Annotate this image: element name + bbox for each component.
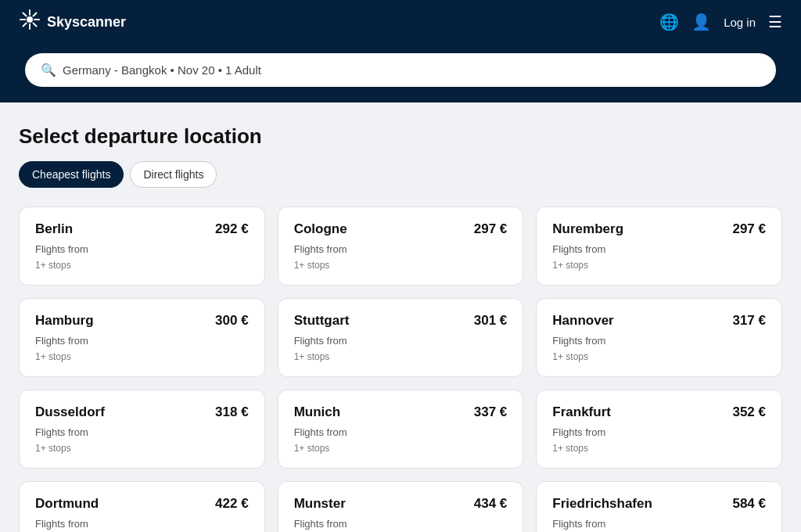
flights-from-label: Flights from (35, 426, 249, 438)
logo-area: Skyscanner (19, 9, 126, 35)
flight-card[interactable]: Cologne 297 € Flights from 1+ stops (278, 207, 524, 286)
city-name: Berlin (35, 221, 73, 237)
header: Skyscanner 🌐 👤 Log in ☰ (0, 0, 801, 44)
flights-from-label: Flights from (552, 518, 766, 530)
flights-from-label: Flights from (35, 335, 249, 347)
city-name: Nuremberg (552, 221, 623, 237)
price: 300 € (215, 313, 249, 329)
flights-from-label: Flights from (294, 426, 508, 438)
user-icon[interactable]: 👤 (691, 13, 711, 31)
flights-from-label: Flights from (294, 243, 508, 255)
card-header: Hamburg 300 € (35, 313, 249, 329)
flights-from-label: Flights from (35, 243, 249, 255)
svg-line-6 (34, 13, 37, 16)
flight-card[interactable]: Friedrichshafen 584 € Flights from 1+ st… (536, 481, 782, 532)
flights-from-label: Flights from (294, 518, 508, 530)
price: 318 € (215, 404, 249, 420)
card-header: Hannover 317 € (552, 313, 766, 329)
card-header: Munich 337 € (294, 404, 508, 420)
flights-from-label: Flights from (552, 335, 766, 347)
globe-icon[interactable]: 🌐 (659, 13, 679, 31)
stops-label: 1+ stops (35, 260, 249, 271)
search-icon: 🔍 (41, 63, 56, 77)
flight-card[interactable]: Stuttgart 301 € Flights from 1+ stops (278, 298, 524, 377)
city-name: Munich (294, 404, 341, 420)
card-header: Berlin 292 € (35, 221, 249, 237)
city-name: Dusseldorf (35, 404, 105, 420)
login-button[interactable]: Log in (724, 16, 756, 29)
city-name: Friedrichshafen (552, 496, 652, 512)
stops-label: 1+ stops (552, 351, 766, 362)
card-header: Dortmund 422 € (35, 496, 249, 512)
svg-point-8 (27, 16, 33, 23)
stops-label: 1+ stops (294, 260, 508, 271)
card-header: Cologne 297 € (294, 221, 508, 237)
logo-text: Skyscanner (47, 14, 126, 31)
card-header: Friedrichshafen 584 € (552, 496, 766, 512)
price: 422 € (215, 496, 249, 512)
card-header: Dusseldorf 318 € (35, 404, 249, 420)
city-name: Munster (294, 496, 346, 512)
page-title: Select departure location (19, 124, 782, 149)
card-header: Nuremberg 297 € (552, 221, 766, 237)
price: 301 € (474, 313, 508, 329)
flight-card[interactable]: Nuremberg 297 € Flights from 1+ stops (536, 207, 782, 286)
flight-card[interactable]: Hannover 317 € Flights from 1+ stops (536, 298, 782, 377)
svg-line-5 (34, 23, 37, 27)
price: 352 € (732, 404, 766, 420)
tab-direct-flights[interactable]: Direct flights (130, 161, 217, 188)
flight-card[interactable]: Dortmund 422 € Flights from 1+ stops (19, 481, 265, 532)
flights-from-label: Flights from (552, 243, 766, 255)
flights-from-label: Flights from (35, 518, 249, 530)
search-bar[interactable]: 🔍 Germany - Bangkok • Nov 20 • 1 Adult (25, 53, 776, 87)
flight-card[interactable]: Dusseldorf 318 € Flights from 1+ stops (19, 390, 265, 469)
search-bar-container: 🔍 Germany - Bangkok • Nov 20 • 1 Adult (0, 44, 801, 102)
city-name: Hannover (552, 313, 613, 329)
logo-icon (19, 9, 41, 35)
flight-card[interactable]: Munich 337 € Flights from 1+ stops (278, 390, 524, 469)
card-header: Stuttgart 301 € (294, 313, 508, 329)
svg-line-4 (23, 13, 27, 16)
main-content: Select departure location Cheapest fligh… (0, 102, 801, 532)
city-name: Hamburg (35, 313, 94, 329)
city-name: Frankfurt (552, 404, 611, 420)
tab-cheapest-flights[interactable]: Cheapest flights (19, 161, 124, 188)
stops-label: 1+ stops (294, 443, 508, 454)
price: 297 € (474, 221, 508, 237)
flights-from-label: Flights from (552, 426, 766, 438)
price: 434 € (474, 496, 508, 512)
price: 292 € (215, 221, 249, 237)
stops-label: 1+ stops (294, 351, 508, 362)
price: 584 € (732, 496, 766, 512)
card-header: Munster 434 € (294, 496, 508, 512)
stops-label: 1+ stops (35, 351, 249, 362)
price: 337 € (474, 404, 508, 420)
flights-from-label: Flights from (294, 335, 508, 347)
city-name: Cologne (294, 221, 347, 237)
price: 317 € (732, 313, 766, 329)
city-name: Stuttgart (294, 313, 350, 329)
stops-label: 1+ stops (552, 260, 766, 271)
header-actions: 🌐 👤 Log in ☰ (659, 13, 782, 31)
city-name: Dortmund (35, 496, 99, 512)
flight-card[interactable]: Hamburg 300 € Flights from 1+ stops (19, 298, 265, 377)
card-header: Frankfurt 352 € (552, 404, 766, 420)
search-query-text: Germany - Bangkok • Nov 20 • 1 Adult (63, 63, 261, 77)
flight-card[interactable]: Munster 434 € Flights from 1+ stops (278, 481, 524, 532)
flight-card[interactable]: Berlin 292 € Flights from 1+ stops (19, 207, 265, 286)
filter-tabs: Cheapest flights Direct flights (19, 161, 782, 188)
menu-icon[interactable]: ☰ (768, 13, 782, 31)
price: 297 € (732, 221, 766, 237)
flights-grid: Berlin 292 € Flights from 1+ stops Colog… (19, 207, 782, 532)
flight-card[interactable]: Frankfurt 352 € Flights from 1+ stops (536, 390, 782, 469)
stops-label: 1+ stops (552, 443, 766, 454)
svg-line-7 (23, 23, 27, 27)
stops-label: 1+ stops (35, 443, 249, 454)
